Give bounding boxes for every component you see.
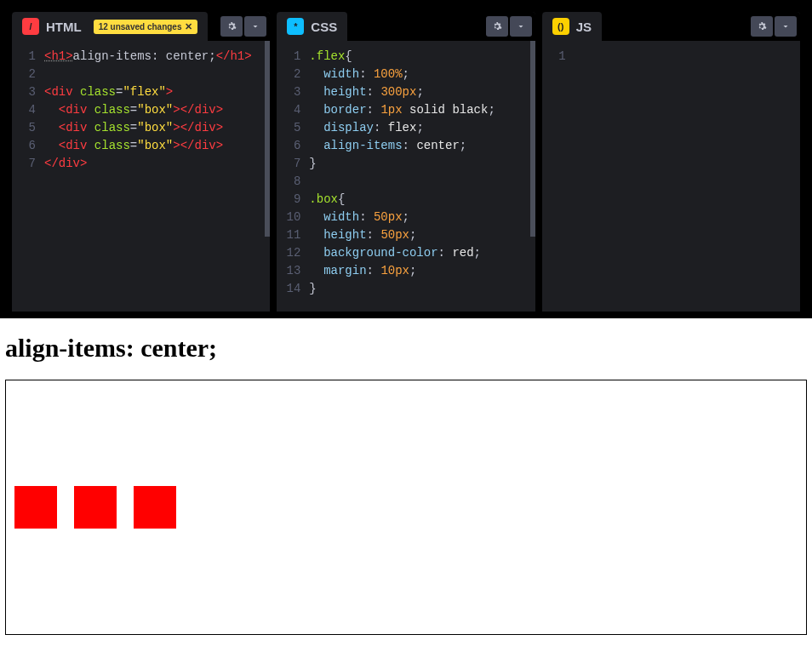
- dropdown-button[interactable]: [510, 16, 532, 37]
- chevron-down-icon: [516, 21, 526, 31]
- panel-html-header: / HTML 12 unsaved changes ✕: [12, 12, 270, 41]
- js-editor[interactable]: 1: [542, 41, 800, 312]
- unsaved-changes-text: 12 unsaved changes: [99, 22, 182, 31]
- box: [134, 486, 176, 529]
- settings-button[interactable]: [751, 16, 773, 37]
- panel-html: / HTML 12 unsaved changes ✕ 1 2: [12, 12, 270, 312]
- panel-css-header: * CSS: [277, 12, 535, 41]
- chevron-down-icon: [781, 21, 791, 31]
- panel-js: () JS 1: [542, 12, 800, 312]
- js-icon: (): [552, 18, 569, 35]
- gear-icon: [492, 21, 502, 31]
- result-heading: align-items: center;: [5, 334, 807, 363]
- tab-css[interactable]: * CSS: [277, 12, 347, 41]
- settings-button[interactable]: [486, 16, 508, 37]
- result-preview: align-items: center;: [0, 318, 812, 669]
- minimap[interactable]: [530, 41, 535, 237]
- panel-css-title: CSS: [311, 20, 337, 34]
- dropdown-button[interactable]: [244, 16, 266, 37]
- panel-js-title: JS: [576, 20, 592, 34]
- tab-html[interactable]: / HTML 12 unsaved changes ✕: [12, 12, 208, 41]
- css-code[interactable]: .flex{ width: 100%; height: 300px; borde…: [309, 48, 535, 312]
- gear-icon: [226, 21, 237, 31]
- dropdown-button[interactable]: [775, 16, 797, 37]
- panel-html-actions: [220, 16, 266, 37]
- editor-panels: / HTML 12 unsaved changes ✕ 1 2: [0, 0, 812, 318]
- chevron-down-icon: [250, 21, 260, 31]
- css-icon: *: [287, 18, 304, 35]
- js-code[interactable]: [575, 48, 800, 312]
- html-editor[interactable]: 1 2 3 4 5 6 7 <h1>align-items: center;</…: [12, 41, 270, 312]
- js-gutter: 1: [542, 48, 575, 312]
- panel-html-title: HTML: [46, 20, 82, 34]
- panel-js-header: () JS: [542, 12, 800, 41]
- flex-container: [5, 380, 807, 635]
- tab-js[interactable]: () JS: [542, 12, 602, 41]
- box: [14, 486, 57, 529]
- panel-css: * CSS 1 2 3 4 5 6 7 8: [277, 12, 535, 312]
- unsaved-changes-pill[interactable]: 12 unsaved changes ✕: [94, 20, 198, 34]
- minimap[interactable]: [265, 41, 270, 237]
- close-icon[interactable]: ✕: [185, 21, 192, 32]
- gear-icon: [757, 21, 767, 31]
- css-editor[interactable]: 1 2 3 4 5 6 7 8 9 10 11 12 13 14 .flex{ …: [277, 41, 535, 312]
- css-gutter: 1 2 3 4 5 6 7 8 9 10 11 12 13 14: [277, 48, 309, 312]
- settings-button[interactable]: [220, 16, 243, 37]
- html-code[interactable]: <h1>align-items: center;</h1> <div class…: [44, 48, 270, 312]
- panel-js-actions: [751, 16, 797, 37]
- box: [74, 486, 117, 529]
- html-icon: /: [22, 18, 39, 35]
- panel-css-actions: [486, 16, 532, 37]
- html-gutter: 1 2 3 4 5 6 7: [12, 48, 44, 312]
